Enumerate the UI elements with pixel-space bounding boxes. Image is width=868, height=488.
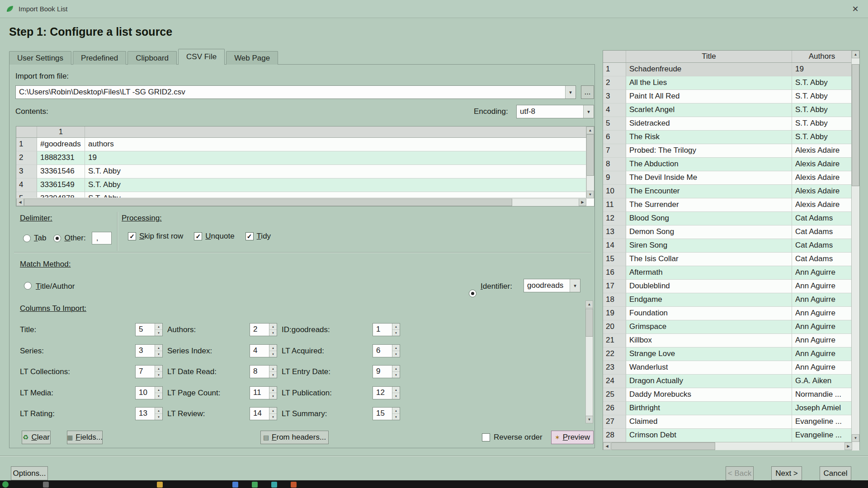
- contents-grid-row[interactable]: 1#goodreadsauthors: [16, 138, 586, 151]
- authors-cell[interactable]: S.T. Abby: [792, 90, 852, 103]
- title-cell[interactable]: Blood Song: [626, 212, 792, 225]
- grid-cell[interactable]: 18882331: [37, 151, 85, 165]
- authors-cell[interactable]: S.T. Abby: [792, 131, 852, 144]
- title-cell[interactable]: Crimson Debt: [626, 429, 792, 442]
- chevron-down-icon[interactable]: ▾: [565, 86, 576, 99]
- spin-down-icon[interactable]: ▼: [392, 351, 400, 357]
- table-row[interactable]: 10The EncounterAlexis Adaire: [603, 185, 852, 198]
- table-row[interactable]: 5SidetrackedS.T. Abby: [603, 117, 852, 131]
- authors-cell[interactable]: S.T. Abby: [792, 117, 852, 131]
- spin-up-icon[interactable]: ▲: [269, 387, 277, 393]
- preview-button[interactable]: ✶ Preview: [551, 431, 594, 444]
- other-delimiter-radio[interactable]: [53, 235, 61, 242]
- column-id-goodreads-spinner[interactable]: 1▲▼: [373, 323, 400, 336]
- cancel-button[interactable]: Cancel: [820, 466, 851, 480]
- spinner-value[interactable]: 5: [136, 324, 155, 336]
- title-cell[interactable]: Schadenfreude: [626, 63, 792, 76]
- grid-cell[interactable]: 33361549: [37, 178, 85, 192]
- title-cell[interactable]: Killbox: [626, 334, 792, 347]
- authors-cell[interactable]: S.T. Abby: [792, 76, 852, 90]
- scroll-down-icon[interactable]: ▼: [852, 434, 859, 442]
- spin-down-icon[interactable]: ▼: [392, 372, 400, 378]
- authors-cell[interactable]: Cat Adams: [792, 239, 852, 253]
- identifier-value[interactable]: goodreads: [524, 279, 570, 292]
- authors-cell[interactable]: Cat Adams: [792, 253, 852, 266]
- spin-up-icon[interactable]: ▲: [155, 408, 162, 414]
- authors-cell[interactable]: Ann Aguirre: [792, 347, 852, 361]
- taskbar-search-icon[interactable]: [43, 482, 49, 488]
- title-cell[interactable]: The Surrender: [626, 198, 792, 212]
- column-lt-entry-date-spinner[interactable]: 9▲▼: [373, 365, 400, 378]
- spin-down-icon[interactable]: ▼: [269, 414, 277, 420]
- spin-down-icon[interactable]: ▼: [269, 330, 277, 336]
- fields-button[interactable]: ▦ Fields...: [67, 431, 103, 444]
- title-author-label[interactable]: Title/Author: [36, 282, 75, 291]
- authors-cell[interactable]: Alexis Adaire: [792, 158, 852, 171]
- contents-grid-row[interactable]: 433361549S.T. Abby: [16, 178, 586, 192]
- title-cell[interactable]: Daddy Morebucks: [626, 388, 792, 402]
- column-lt-date-read-spinner[interactable]: 8▲▼: [250, 365, 277, 378]
- grid-cell[interactable]: #goodreads: [37, 138, 85, 151]
- table-row[interactable]: 18EndgameAnn Aguirre: [603, 293, 852, 307]
- table-row[interactable]: 8The AbductionAlexis Adaire: [603, 158, 852, 171]
- spin-down-icon[interactable]: ▼: [392, 414, 400, 420]
- title-cell[interactable]: Paint It All Red: [626, 90, 792, 103]
- authors-cell[interactable]: S.T. Abby: [792, 103, 852, 117]
- scroll-right-icon[interactable]: ▶: [579, 198, 586, 206]
- contents-grid-row[interactable]: 533304878S.T. Abby: [16, 192, 586, 198]
- scrollbar-thumb[interactable]: [585, 309, 593, 337]
- spin-up-icon[interactable]: ▲: [155, 324, 162, 330]
- title-cell[interactable]: Demon Song: [626, 225, 792, 239]
- encoding-dropdown[interactable]: utf-8 ▾: [516, 105, 594, 118]
- table-row[interactable]: 19FoundationAnn Aguirre: [603, 307, 852, 320]
- columns-vertical-scrollbar[interactable]: ▲ ▼: [585, 300, 593, 423]
- column-lt-summary-spinner[interactable]: 15▲▼: [373, 407, 400, 420]
- column-lt-media-spinner[interactable]: 10▲▼: [135, 386, 163, 399]
- table-row[interactable]: 21KillboxAnn Aguirre: [603, 334, 852, 347]
- taskbar-icon[interactable]: [291, 482, 297, 488]
- scroll-right-icon[interactable]: ▶: [844, 442, 852, 450]
- column-lt-review-spinner[interactable]: 14▲▼: [250, 407, 277, 420]
- spin-up-icon[interactable]: ▲: [392, 408, 400, 414]
- spin-up-icon[interactable]: ▲: [269, 408, 277, 414]
- table-row[interactable]: 16AftermathAnn Aguirre: [603, 266, 852, 280]
- chevron-down-icon[interactable]: ▾: [583, 105, 594, 118]
- spinner-value[interactable]: 11: [250, 387, 269, 399]
- contents-grid-row[interactable]: 333361546S.T. Abby: [16, 165, 586, 178]
- taskbar-icon[interactable]: [271, 482, 277, 488]
- spinner-value[interactable]: 1: [373, 324, 392, 336]
- spin-up-icon[interactable]: ▲: [269, 345, 277, 351]
- table-row[interactable]: 3Paint It All RedS.T. Abby: [603, 90, 852, 103]
- spin-up-icon[interactable]: ▲: [155, 345, 162, 351]
- title-cell[interactable]: The Devil Inside Me: [626, 171, 792, 185]
- spin-down-icon[interactable]: ▼: [155, 351, 162, 357]
- grid-cell[interactable]: S.T. Abby: [85, 192, 586, 198]
- unquote-label[interactable]: Unquote: [205, 232, 234, 241]
- clear-button[interactable]: ♻ Clear: [22, 431, 51, 444]
- table-row[interactable]: 27ClaimedEvangeline ...: [603, 415, 852, 429]
- tab-web-page[interactable]: Web Page: [226, 51, 278, 65]
- authors-cell[interactable]: Ann Aguirre: [792, 320, 852, 334]
- column-lt-publication-spinner[interactable]: 12▲▼: [373, 386, 400, 399]
- authors-cell[interactable]: 19: [792, 63, 852, 76]
- spinner-value[interactable]: 3: [136, 345, 155, 357]
- scroll-left-icon[interactable]: ◀: [16, 198, 24, 206]
- authors-cell[interactable]: Evangeline ...: [792, 415, 852, 429]
- spin-up-icon[interactable]: ▲: [392, 324, 400, 330]
- authors-cell[interactable]: Alexis Adaire: [792, 171, 852, 185]
- unquote-checkbox[interactable]: ✓: [194, 232, 202, 240]
- tab-delimiter-label[interactable]: Tab: [34, 234, 46, 243]
- spinner-value[interactable]: 13: [136, 408, 155, 420]
- table-row[interactable]: 6The RiskS.T. Abby: [603, 131, 852, 144]
- spinner-value[interactable]: 14: [250, 408, 269, 420]
- authors-cell[interactable]: Cat Adams: [792, 212, 852, 225]
- scroll-up-icon[interactable]: ▲: [852, 51, 859, 58]
- table-row[interactable]: 2All the LiesS.T. Abby: [603, 76, 852, 90]
- column-lt-acquired-spinner[interactable]: 6▲▼: [373, 344, 400, 357]
- title-cell[interactable]: Siren Song: [626, 239, 792, 253]
- skip-first-row-checkbox[interactable]: ✓: [128, 232, 136, 240]
- taskbar-icon[interactable]: [252, 482, 258, 488]
- authors-cell[interactable]: Joseph Amiel: [792, 402, 852, 415]
- table-row[interactable]: 23WanderlustAnn Aguirre: [603, 361, 852, 375]
- scrollbar-thumb[interactable]: [586, 134, 594, 176]
